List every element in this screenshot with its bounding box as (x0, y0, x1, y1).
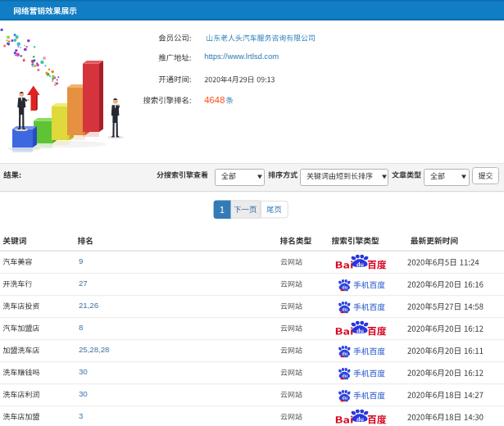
svg-text:27: 27 (79, 279, 88, 288)
svg-text:30: 30 (79, 367, 88, 376)
svg-text:https://www.lrtlsd.com: https://www.lrtlsd.com (204, 52, 279, 61)
svg-text:25,28,28: 25,28,28 (79, 345, 109, 354)
svg-text:9: 9 (79, 256, 83, 265)
svg-text:30: 30 (79, 389, 88, 398)
svg-text:3: 3 (79, 411, 83, 420)
svg-text:21,26: 21,26 (79, 301, 98, 310)
svg-text:1: 1 (220, 205, 225, 215)
svg-text:4648: 4648 (204, 95, 225, 105)
svg-text:8: 8 (79, 323, 83, 332)
